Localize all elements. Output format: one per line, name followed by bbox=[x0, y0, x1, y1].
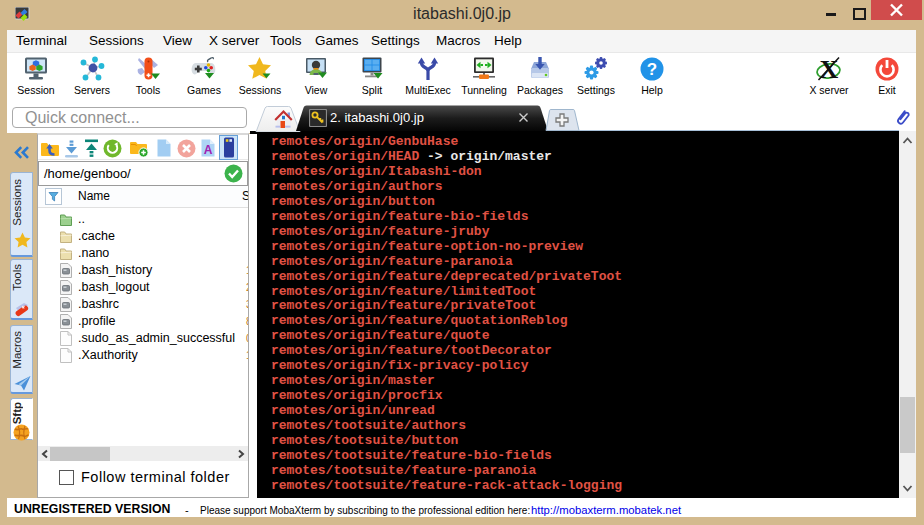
svg-text:?: ? bbox=[647, 60, 657, 79]
svg-text:A: A bbox=[204, 143, 213, 157]
